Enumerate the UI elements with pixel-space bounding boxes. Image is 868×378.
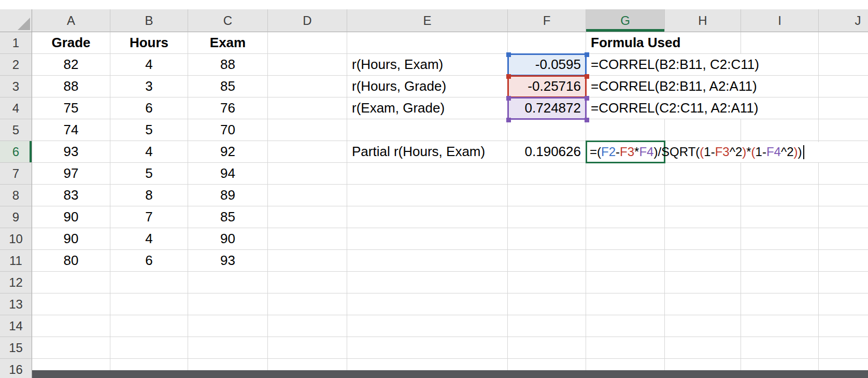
cell-F14[interactable] xyxy=(508,315,586,337)
cell-E8[interactable] xyxy=(347,185,508,206)
cell-F4[interactable]: 0.724872 xyxy=(508,97,586,119)
cell-A1[interactable]: Grade xyxy=(32,32,110,54)
cell-E7[interactable] xyxy=(347,163,508,185)
cell-B4[interactable]: 6 xyxy=(110,97,188,119)
column-header-I[interactable]: I xyxy=(741,9,819,32)
cell-G3[interactable]: =CORREL(B2:B11, A2:A11) xyxy=(586,76,665,97)
cell-F13[interactable] xyxy=(508,293,586,315)
cell-G12[interactable] xyxy=(586,272,665,293)
row-header-12[interactable]: 12 xyxy=(0,272,32,293)
cell-B13[interactable] xyxy=(110,293,188,315)
cell-G11[interactable] xyxy=(586,250,665,272)
cell-G13[interactable] xyxy=(586,293,665,315)
cell-I12[interactable] xyxy=(741,272,819,293)
cell-H5[interactable] xyxy=(665,119,741,141)
cell-E1[interactable] xyxy=(347,32,508,54)
cell-F5[interactable] xyxy=(508,119,586,141)
cell-F10[interactable] xyxy=(508,228,586,250)
cell-D3[interactable] xyxy=(268,76,347,97)
cell-H8[interactable] xyxy=(665,185,741,206)
cell-H2[interactable] xyxy=(665,54,741,76)
column-header-A[interactable]: A xyxy=(32,9,110,32)
row-header-14[interactable]: 14 xyxy=(0,315,32,337)
cell-F6[interactable]: 0.190626 xyxy=(508,141,586,163)
cell-G1[interactable]: Formula Used xyxy=(586,32,665,54)
cell-E11[interactable] xyxy=(347,250,508,272)
cell-G8[interactable] xyxy=(586,185,665,206)
cell-I3[interactable] xyxy=(741,76,819,97)
cell-D12[interactable] xyxy=(268,272,347,293)
cell-H13[interactable] xyxy=(665,293,741,315)
cell-A15[interactable] xyxy=(32,337,110,359)
cell-A10[interactable]: 90 xyxy=(32,228,110,250)
cell-F3[interactable]: -0.25716 xyxy=(508,76,586,97)
cell-H15[interactable] xyxy=(665,337,741,359)
cell-B2[interactable]: 4 xyxy=(110,54,188,76)
cell-D14[interactable] xyxy=(268,315,347,337)
cell-C4[interactable]: 76 xyxy=(188,97,268,119)
cell-C12[interactable] xyxy=(188,272,268,293)
cell-G4[interactable]: =CORREL(C2:C11, A2:A11) xyxy=(586,97,665,119)
column-header-E[interactable]: E xyxy=(347,9,508,32)
cell-B11[interactable]: 6 xyxy=(110,250,188,272)
row-header-13[interactable]: 13 xyxy=(0,293,32,315)
cell-J13[interactable] xyxy=(819,293,868,315)
row-header-8[interactable]: 8 xyxy=(0,185,32,206)
cell-J7[interactable] xyxy=(819,163,868,185)
cell-D1[interactable] xyxy=(268,32,347,54)
cell-E2[interactable]: r(Hours, Exam) xyxy=(347,54,508,76)
cell-A6[interactable]: 93 xyxy=(32,141,110,163)
cell-B6[interactable]: 4 xyxy=(110,141,188,163)
row-header-9[interactable]: 9 xyxy=(0,206,32,228)
cell-F2[interactable]: -0.0595 xyxy=(508,54,586,76)
cell-G5[interactable] xyxy=(586,119,665,141)
cell-E5[interactable] xyxy=(347,119,508,141)
cell-E3[interactable]: r(Hours, Grade) xyxy=(347,76,508,97)
cell-H10[interactable] xyxy=(665,228,741,250)
cell-C6[interactable]: 92 xyxy=(188,141,268,163)
cell-J3[interactable] xyxy=(819,76,868,97)
cell-J1[interactable] xyxy=(819,32,868,54)
cell-I14[interactable] xyxy=(741,315,819,337)
cell-H11[interactable] xyxy=(665,250,741,272)
cell-G14[interactable] xyxy=(586,315,665,337)
cell-H14[interactable] xyxy=(665,315,741,337)
cell-I11[interactable] xyxy=(741,250,819,272)
cell-H3[interactable] xyxy=(665,76,741,97)
cell-A9[interactable]: 90 xyxy=(32,206,110,228)
cell-C7[interactable]: 94 xyxy=(188,163,268,185)
cell-D7[interactable] xyxy=(268,163,347,185)
row-header-5[interactable]: 5 xyxy=(0,119,32,141)
cell-A14[interactable] xyxy=(32,315,110,337)
column-header-F[interactable]: F xyxy=(508,9,586,32)
row-header-7[interactable]: 7 xyxy=(0,163,32,185)
cell-B9[interactable]: 7 xyxy=(110,206,188,228)
cell-I1[interactable] xyxy=(741,32,819,54)
cell-H1[interactable] xyxy=(665,32,741,54)
cell-A7[interactable]: 97 xyxy=(32,163,110,185)
column-header-H[interactable]: H xyxy=(665,9,741,32)
cell-E10[interactable] xyxy=(347,228,508,250)
row-header-10[interactable]: 10 xyxy=(0,228,32,250)
cell-D4[interactable] xyxy=(268,97,347,119)
cell-I4[interactable] xyxy=(741,97,819,119)
cell-J9[interactable] xyxy=(819,206,868,228)
cell-C9[interactable]: 85 xyxy=(188,206,268,228)
cell-F9[interactable] xyxy=(508,206,586,228)
cell-E13[interactable] xyxy=(347,293,508,315)
row-header-4[interactable]: 4 xyxy=(0,97,32,119)
cell-C1[interactable]: Exam xyxy=(188,32,268,54)
cell-G9[interactable] xyxy=(586,206,665,228)
column-header-G[interactable]: G xyxy=(586,9,665,32)
cell-D2[interactable] xyxy=(268,54,347,76)
cell-B10[interactable]: 4 xyxy=(110,228,188,250)
cell-B5[interactable]: 5 xyxy=(110,119,188,141)
cell-D6[interactable] xyxy=(268,141,347,163)
cell-C11[interactable]: 93 xyxy=(188,250,268,272)
cell-C3[interactable]: 85 xyxy=(188,76,268,97)
cell-A13[interactable] xyxy=(32,293,110,315)
cell-C14[interactable] xyxy=(188,315,268,337)
cell-F12[interactable] xyxy=(508,272,586,293)
row-header-3[interactable]: 3 xyxy=(0,76,32,97)
cell-J5[interactable] xyxy=(819,119,868,141)
